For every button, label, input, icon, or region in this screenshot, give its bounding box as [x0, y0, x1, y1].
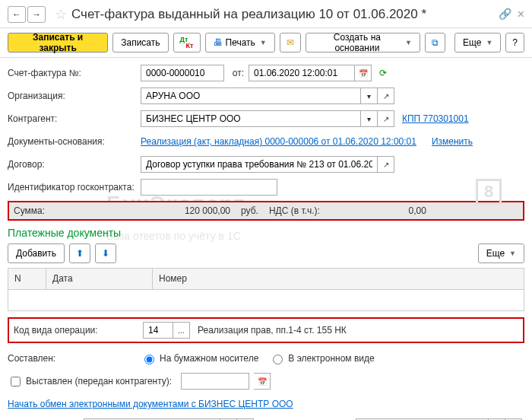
issued-calendar[interactable]: 📅 [254, 373, 271, 390]
payments-table-body[interactable] [8, 290, 524, 311]
issued-date-field[interactable] [181, 373, 249, 390]
org-dropdown[interactable]: ▾ [361, 88, 378, 104]
help-button[interactable]: ? [505, 33, 524, 52]
kpp-link[interactable]: КПП 770301001 [402, 113, 469, 124]
move-down-button[interactable]: ⬇ [95, 243, 116, 263]
composed-label: Составлен: [8, 353, 141, 364]
sum-highlight: Сумма: 120 000,00 руб. НДС (в т.ч.): 0,0… [8, 201, 524, 221]
counterparty-dropdown[interactable]: ▾ [361, 110, 378, 127]
related-icon: ⧉ [432, 37, 439, 48]
docs-link[interactable]: Реализация (акт, накладная) 0000-000006 … [141, 136, 416, 147]
favorite-icon[interactable]: ☆ [55, 6, 67, 23]
invoice-number-label: Счет-фактура №: [8, 68, 141, 78]
opcode-label: Код вида операции: [14, 325, 143, 336]
goscontract-label: Идентификатор госконтракта: [8, 182, 141, 192]
contract-field[interactable] [141, 156, 378, 173]
opcode-desc: Реализация прав, пп.1-4 ст. 155 НК [198, 325, 347, 336]
more-button[interactable]: Еще▼ [454, 33, 501, 52]
payments-section-title[interactable]: Платежные документы [8, 227, 524, 239]
composed-electronic-radio[interactable]: В электронном виде [269, 352, 374, 364]
calendar-icon: 📅 [359, 69, 368, 78]
record-and-close-button[interactable]: Записать и закрыть [8, 33, 108, 52]
composed-paper-radio[interactable]: На бумажном носителе [141, 352, 258, 364]
window-header: ← → ☆ Счет-фактура выданный на реализаци… [0, 0, 532, 28]
counterparty-field[interactable] [141, 110, 361, 127]
org-label: Организация: [8, 91, 141, 101]
payments-more-button[interactable]: Еще▼ [478, 243, 524, 263]
arrow-down-icon: ⬇ [102, 248, 109, 259]
repost-icon[interactable]: ⟳ [379, 68, 387, 78]
invoice-date-field[interactable] [249, 65, 355, 81]
vat-value: 0,00 [320, 205, 426, 216]
counterparty-open[interactable]: ↗ [378, 110, 394, 127]
vat-label: НДС (в т.ч.): [269, 205, 320, 216]
org-open[interactable]: ↗ [378, 88, 394, 104]
contract-open[interactable]: ↗ [378, 156, 394, 173]
calendar-icon: 📅 [258, 377, 267, 386]
dt-kt-icon: ДтКт [180, 37, 194, 48]
page-title: Счет-фактура выданный на реализацию 10 о… [71, 7, 499, 22]
print-icon: 🖶 [214, 37, 223, 48]
contract-label: Договор: [8, 159, 141, 170]
main-toolbar: Записать и закрыть Записать ДтКт 🖶 Печат… [0, 28, 532, 58]
move-up-button[interactable]: ⬆ [69, 243, 90, 263]
change-link[interactable]: Изменить [432, 136, 473, 147]
link-icon[interactable]: 🔗 [499, 8, 511, 21]
sum-value: 120 000,00 [147, 205, 230, 216]
col-n: N [8, 269, 46, 289]
counterparty-label: Контрагент: [8, 113, 141, 124]
related-button[interactable]: ⧉ [425, 33, 445, 52]
envelope-icon: ✉ [287, 37, 294, 48]
close-icon[interactable]: × [518, 8, 524, 21]
invoice-number-field[interactable] [141, 65, 224, 81]
arrow-up-icon: ⬆ [76, 248, 84, 259]
org-field[interactable] [141, 88, 361, 104]
calendar-button[interactable]: 📅 [355, 65, 372, 81]
email-button[interactable]: ✉ [280, 33, 301, 52]
forward-button[interactable]: → [27, 6, 46, 23]
docs-label: Документы-основания: [8, 136, 141, 147]
col-number: Номер [153, 269, 524, 289]
sum-currency: руб. [241, 205, 258, 216]
issued-checkbox[interactable]: Выставлен (передан контрагенту): [8, 374, 172, 389]
goscontract-field[interactable] [141, 179, 277, 196]
dt-kt-button[interactable]: ДтКт [173, 33, 201, 52]
payments-table-header: N Дата Номер [8, 269, 524, 290]
record-button[interactable]: Записать [112, 33, 168, 52]
create-based-button[interactable]: Создать на основании▼ [306, 33, 420, 52]
sum-label: Сумма: [14, 205, 147, 216]
opcode-highlight: Код вида операции: ... Реализация прав, … [8, 317, 524, 343]
col-date: Дата [46, 269, 153, 289]
add-payment-button[interactable]: Добавить [8, 243, 65, 263]
edo-link[interactable]: Начать обмен электронными документами с … [8, 399, 293, 409]
opcode-select[interactable]: ... [173, 322, 190, 339]
back-button[interactable]: ← [8, 6, 26, 23]
date-label: от: [229, 68, 244, 78]
opcode-field[interactable] [143, 322, 173, 339]
print-button[interactable]: 🖶 Печать▼ [205, 33, 275, 52]
